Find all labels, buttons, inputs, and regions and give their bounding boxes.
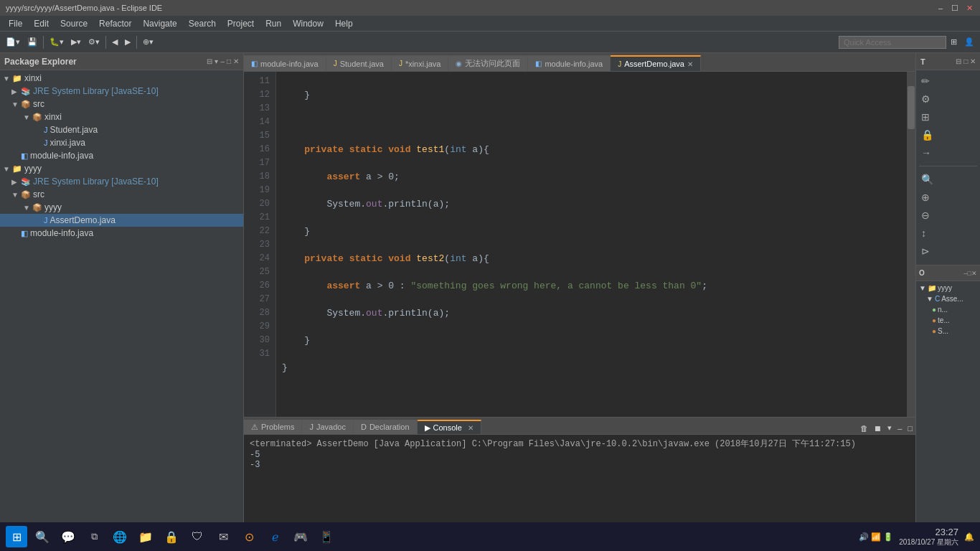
filter-icon[interactable]: ⊳ [919,243,977,259]
tab-declaration[interactable]: D Declaration [354,420,418,434]
panel-max-button[interactable]: □ [227,57,231,65]
console-close-button[interactable]: ✕ [468,424,473,432]
quick-access-input[interactable] [839,36,946,49]
explorer-icon[interactable]: 📁 [135,526,156,547]
expand-icon[interactable]: ⊕ [919,189,977,205]
tab-console[interactable]: ▶ Console ✕ [418,420,481,434]
tree-src-xinxi[interactable]: ▼ 📦 src [0,98,243,110]
code-line-11: } [282,90,310,100]
console-clear-button[interactable]: 🗑 [857,423,871,434]
tab-close-button[interactable]: ✕ [687,60,693,68]
menu-window[interactable]: Window [287,17,329,30]
tab-javadoc[interactable]: J Javadoc [302,420,353,434]
tab-assertdemo[interactable]: J AssertDemo.java ✕ [611,55,701,71]
app2-icon[interactable]: 📱 [316,526,337,547]
tree-project-xinxi[interactable]: ▼ 📁 xinxi [0,72,243,85]
outline-item-assert[interactable]: ▼ C Asse... [918,293,979,304]
tree-moduleinfo-yyyy[interactable]: ◧ module-info.java [0,227,243,240]
maximize-button[interactable]: ☐ [950,3,960,13]
outline-item-yyyy[interactable]: ▼ 📁 yyyy [918,283,979,293]
scroll-thumb[interactable] [908,86,915,129]
toolbar-extra-button[interactable]: ⊕▾ [140,36,156,48]
close-button[interactable]: ✕ [964,3,974,13]
edit-icon[interactable]: ✏ [919,73,977,89]
menu-source[interactable]: Source [55,17,93,30]
tree-jre-yyyy[interactable]: ▶ 📚 JRE System Library [JavaSE-10] [0,175,243,188]
menu-run[interactable]: Run [260,17,287,30]
tab-student[interactable]: J Student.java [326,55,392,71]
tab-module-info-2[interactable]: ◧ module-info.java [528,55,611,71]
menu-refactor[interactable]: Refactor [93,17,137,30]
toolbar-perspective-button[interactable]: ⊞ [948,36,960,48]
panel-min-button[interactable]: – [220,57,225,65]
tab-module-info-1[interactable]: ◧ module-info.java [244,55,326,71]
tree-project-yyyy[interactable]: ▼ 📁 yyyy [0,162,243,175]
menu-search[interactable]: Search [183,17,222,30]
tree-package-xinxi[interactable]: ▼ 📦 xinxi [0,110,243,123]
outline-item-n[interactable]: ● n... [918,304,979,315]
menu-help[interactable]: Help [329,17,359,30]
tree-xinxi-java[interactable]: J xinxi.java [0,136,243,149]
properties-icon[interactable]: ⚙ [919,91,977,107]
tab-problems[interactable]: ⚠ Problems [244,420,302,434]
tab-bar: ◧ module-info.java J Student.java J *xin… [244,53,915,72]
app1-icon[interactable]: 🎮 [290,526,311,547]
code-line-24 [282,267,288,278]
editor-scrollbar[interactable] [907,72,915,417]
toolbar-run-button[interactable]: ▶▾ [68,36,84,48]
menu-file[interactable]: File [3,17,28,30]
tree-jre-xinxi[interactable]: ▶ 📚 JRE System Library [JavaSE-10] [0,85,243,98]
tree-package-yyyy[interactable]: ▼ 📦 yyyy [0,201,243,214]
collapse-icon[interactable]: ⊖ [919,207,977,223]
code-line-25: assert a > 0 : "something goes wrong her… [282,281,707,291]
toolbar-debug-button[interactable]: 🐛▾ [47,36,67,48]
package-explorer: Package Explorer ⊟ ▾ – □ ✕ ▼ 📁 xinxi ▶ 📚… [0,53,244,535]
tab-webpage[interactable]: ◉ 无法访问此页面 [448,55,528,71]
toolbar-user-button[interactable]: 👤 [961,36,977,48]
console-menu-button[interactable]: ▾ [885,422,895,434]
ie-icon[interactable]: ℯ [264,526,286,547]
lock-taskbar-icon[interactable]: 🔒 [161,526,182,547]
tree-label: yyyy [44,202,62,212]
tree-student-java[interactable]: J Student.java [0,123,243,136]
search-taskbar-button[interactable]: 🔍 [32,526,53,547]
toolbar-next-button[interactable]: ▶ [122,36,133,48]
menu-navigate[interactable]: Navigate [137,17,182,30]
collapse-all-button[interactable]: ⊟ [207,57,212,65]
search-right-icon[interactable]: 🔍 [919,171,977,187]
toolbar-run2-button[interactable]: ⚙▾ [85,36,103,48]
tab-xinxi[interactable]: J *xinxi.java [392,55,449,71]
console-min-button[interactable]: – [895,423,905,434]
panel-menu-button[interactable]: ▾ [215,57,218,65]
lock-icon[interactable]: 🔒 [919,127,977,143]
tree-moduleinfo-xinxi[interactable]: ◧ module-info.java [0,149,243,162]
panel-close-button[interactable]: ✕ [233,57,239,65]
console-stop-button[interactable]: ⏹ [871,423,885,434]
outline-item-s[interactable]: ● S... [918,326,979,336]
menu-edit[interactable]: Edit [28,17,55,30]
arrow-right-icon[interactable]: → [919,145,977,161]
menu-project[interactable]: Project [222,17,260,30]
security-icon[interactable]: 🛡 [187,526,208,547]
grid-icon[interactable]: ⊞ [919,109,977,125]
code-line-29: } [282,335,310,346]
sort-icon[interactable]: ↕ [919,225,977,241]
console-max-button[interactable]: □ [905,423,915,434]
tree-src-yyyy[interactable]: ▼ 📦 src [0,188,243,201]
cortana-button[interactable]: 💬 [57,526,79,547]
mail-icon[interactable]: ✉ [212,526,234,547]
minimize-button[interactable]: – [936,3,946,13]
outline-item-test[interactable]: ● te... [918,315,979,326]
eclipse-icon[interactable]: ⊙ [238,526,260,547]
taskview-button[interactable]: ⧉ [83,526,105,547]
tree-assertdemo-java[interactable]: J AssertDemo.java [0,214,243,227]
edge-icon[interactable]: 🌐 [109,526,131,547]
line-num-11: 11 [247,75,270,88]
code-line-13 [282,117,288,128]
toolbar-new-button[interactable]: 📄▾ [3,36,23,48]
notification-icon[interactable]: 🔔 [964,532,974,542]
toolbar-prev-button[interactable]: ◀ [109,36,121,48]
toolbar-save-button[interactable]: 💾 [24,36,40,48]
start-button[interactable]: ⊞ [6,526,27,547]
code-content[interactable]: } private static void test1(int a){ asse… [276,72,907,417]
